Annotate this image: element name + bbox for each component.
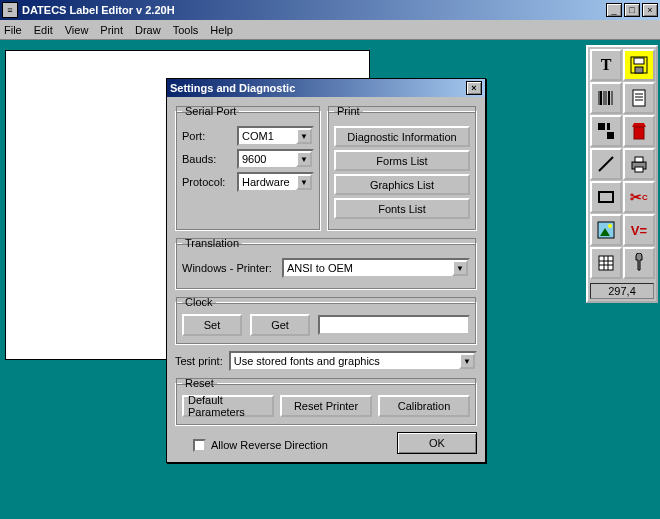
tool-settings[interactable]: [623, 247, 655, 279]
menu-edit[interactable]: Edit: [34, 24, 53, 36]
protocol-value: Hardware: [242, 176, 290, 188]
graphics-list-button[interactable]: Graphics List: [334, 174, 470, 195]
dialog-title: Settings and Diagnostic: [170, 82, 466, 94]
tool-barcode[interactable]: [590, 82, 622, 114]
settings-dialog: Settings and Diagnostic × Serial Port Po…: [166, 78, 486, 463]
tool-printer[interactable]: [623, 148, 655, 180]
fonts-list-button[interactable]: Fonts List: [334, 198, 470, 219]
reverse-checkbox[interactable]: [193, 439, 206, 452]
menubar: File Edit View Print Draw Tools Help: [0, 20, 660, 40]
app-icon: ≡: [2, 2, 18, 18]
menu-help[interactable]: Help: [210, 24, 233, 36]
coord-readout: 297,4: [590, 283, 654, 299]
clock-group: Clock Set Get: [175, 296, 477, 345]
dialog-titlebar[interactable]: Settings and Diagnostic ×: [167, 79, 485, 97]
clock-get-button[interactable]: Get: [250, 314, 310, 336]
clock-field[interactable]: [318, 315, 470, 335]
tool-rect[interactable]: [590, 181, 622, 213]
reset-legend: Reset: [182, 377, 217, 389]
svg-rect-16: [634, 127, 644, 139]
bauds-combo[interactable]: 9600 ▼: [237, 149, 314, 169]
reverse-label: Allow Reverse Direction: [211, 439, 328, 451]
menu-print[interactable]: Print: [100, 24, 123, 36]
dropdown-arrow-icon: ▼: [452, 260, 468, 276]
tool-line[interactable]: [590, 148, 622, 180]
svg-rect-15: [607, 132, 614, 139]
tool-cut[interactable]: ✂C: [623, 181, 655, 213]
svg-rect-9: [633, 90, 645, 106]
menu-view[interactable]: View: [65, 24, 89, 36]
close-button[interactable]: ×: [642, 3, 658, 17]
default-params-button[interactable]: Default Parameters: [182, 395, 274, 417]
svg-rect-20: [635, 167, 643, 172]
protocol-combo[interactable]: Hardware ▼: [237, 172, 314, 192]
bauds-value: 9600: [242, 153, 266, 165]
tool-var[interactable]: V=: [623, 214, 655, 246]
calibration-button[interactable]: Calibration: [378, 395, 470, 417]
reset-printer-button[interactable]: Reset Printer: [280, 395, 372, 417]
svg-rect-13: [598, 123, 605, 130]
clock-set-button[interactable]: Set: [182, 314, 242, 336]
menu-draw[interactable]: Draw: [135, 24, 161, 36]
dropdown-arrow-icon: ▼: [296, 174, 312, 190]
port-label: Port:: [182, 130, 237, 142]
app-title: DATECS Label Editor v 2.20H: [22, 4, 606, 16]
tool-align[interactable]: [590, 115, 622, 147]
svg-rect-19: [635, 157, 643, 162]
maximize-button[interactable]: □: [624, 3, 640, 17]
testprint-value: Use stored fonts and graphics: [234, 355, 380, 367]
dropdown-arrow-icon: ▼: [459, 353, 475, 369]
svg-rect-14: [607, 123, 610, 130]
print-legend: Print: [334, 105, 363, 117]
protocol-label: Protocol:: [182, 176, 237, 188]
serial-legend: Serial Port: [182, 105, 239, 117]
clock-legend: Clock: [182, 296, 216, 308]
svg-rect-2: [635, 67, 643, 73]
dialog-close-button[interactable]: ×: [466, 81, 482, 95]
tool-grid[interactable]: [590, 247, 622, 279]
tool-delete[interactable]: [623, 115, 655, 147]
main-titlebar: ≡ DATECS Label Editor v 2.20H _ □ ×: [0, 0, 660, 20]
diagnostic-button[interactable]: Diagnostic Information: [334, 126, 470, 147]
tool-save[interactable]: [623, 49, 655, 81]
port-combo[interactable]: COM1 ▼: [237, 126, 314, 146]
tool-panel: T ✂C V=: [586, 45, 658, 303]
tool-doc[interactable]: [623, 82, 655, 114]
bauds-label: Bauds:: [182, 153, 237, 165]
translation-group: Translation Windows - Printer: ANSI to O…: [175, 237, 477, 290]
tool-image[interactable]: [590, 214, 622, 246]
print-group: Print Diagnostic Information Forms List …: [327, 105, 477, 231]
menu-file[interactable]: File: [4, 24, 22, 36]
dropdown-arrow-icon: ▼: [296, 151, 312, 167]
svg-line-17: [599, 157, 613, 171]
translation-combo[interactable]: ANSI to OEM ▼: [282, 258, 470, 278]
minimize-button[interactable]: _: [606, 3, 622, 17]
serial-port-group: Serial Port Port: COM1 ▼ Bauds: 9600 ▼: [175, 105, 321, 231]
translation-label: Windows - Printer:: [182, 262, 282, 274]
translation-value: ANSI to OEM: [287, 262, 353, 274]
port-value: COM1: [242, 130, 274, 142]
reset-group: Reset Default Parameters Reset Printer C…: [175, 377, 477, 426]
translation-legend: Translation: [182, 237, 242, 249]
svg-point-24: [608, 224, 612, 228]
forms-list-button[interactable]: Forms List: [334, 150, 470, 171]
testprint-label: Test print:: [175, 355, 223, 367]
svg-rect-21: [599, 192, 613, 202]
ok-button[interactable]: OK: [397, 432, 477, 454]
menu-tools[interactable]: Tools: [173, 24, 199, 36]
testprint-combo[interactable]: Use stored fonts and graphics ▼: [229, 351, 477, 371]
dropdown-arrow-icon: ▼: [296, 128, 312, 144]
tool-text[interactable]: T: [590, 49, 622, 81]
svg-rect-25: [599, 256, 613, 270]
svg-rect-1: [634, 58, 644, 64]
